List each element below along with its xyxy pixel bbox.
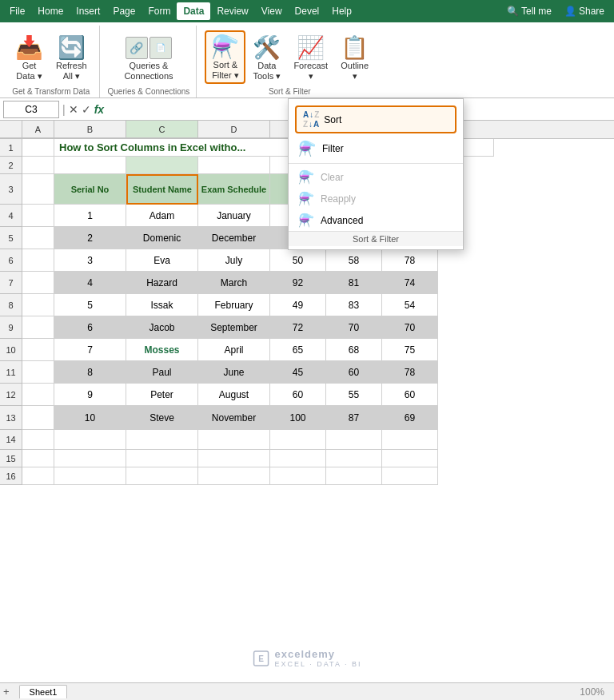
grid-cell[interactable]: [54, 450, 126, 467]
grid-cell[interactable]: 74: [382, 272, 438, 294]
grid-cell[interactable]: 60: [326, 361, 382, 384]
grid-cell[interactable]: 60: [270, 384, 326, 406]
grid-cell[interactable]: [326, 467, 382, 485]
forecast-button[interactable]: 📈 Forecast▾: [288, 32, 333, 84]
grid-cell[interactable]: June: [198, 361, 270, 384]
grid-cell[interactable]: [382, 450, 438, 467]
grid-cell[interactable]: [126, 430, 198, 450]
grid-cell[interactable]: [22, 430, 54, 450]
zoom-control[interactable]: 100%: [580, 686, 611, 698]
grid-cell[interactable]: [270, 430, 326, 450]
sort-filter-button[interactable]: ⚗️ Sort &Filter ▾: [205, 30, 245, 84]
grid-cell[interactable]: 54: [382, 294, 438, 316]
grid-cell[interactable]: [382, 430, 438, 450]
grid-cell[interactable]: [198, 430, 270, 450]
menu-insert[interactable]: Insert: [70, 2, 106, 20]
grid-cell[interactable]: 92: [270, 272, 326, 294]
grid-cell[interactable]: Hazard: [126, 272, 198, 294]
grid-cell[interactable]: [326, 430, 382, 450]
grid-cell[interactable]: 87: [326, 406, 382, 430]
grid-cell[interactable]: Steve: [126, 406, 198, 430]
grid-cell-1a[interactable]: [22, 139, 54, 157]
grid-cell[interactable]: 45: [270, 361, 326, 384]
menu-review[interactable]: Review: [210, 2, 254, 20]
grid-cell[interactable]: Jacob: [126, 316, 198, 339]
grid-cell-3d[interactable]: Exam Schedule: [198, 174, 270, 205]
dropdown-filter-item[interactable]: ⚗️ Filter: [289, 137, 463, 161]
grid-cell[interactable]: 1: [54, 205, 126, 227]
get-data-button[interactable]: 📥 GetData ▾: [10, 34, 49, 84]
grid-cell[interactable]: Domenic: [126, 227, 198, 249]
col-header-b[interactable]: B: [54, 121, 126, 138]
menu-form[interactable]: Form: [142, 2, 177, 20]
grid-cell[interactable]: 70: [326, 316, 382, 339]
grid-cell[interactable]: September: [198, 316, 270, 339]
grid-cell-3a[interactable]: [22, 174, 54, 205]
confirm-formula-icon[interactable]: ✓: [82, 103, 91, 116]
grid-cell[interactable]: 100: [270, 406, 326, 430]
grid-cell[interactable]: [198, 450, 270, 467]
grid-cell[interactable]: 70: [382, 316, 438, 339]
grid-cell[interactable]: 60: [382, 384, 438, 406]
grid-cell[interactable]: 2: [54, 227, 126, 249]
grid-cell[interactable]: 58: [326, 249, 382, 272]
grid-cell[interactable]: [198, 467, 270, 485]
refresh-all-button[interactable]: 🔄 RefreshAll ▾: [50, 34, 93, 84]
grid-cell[interactable]: Eva: [126, 249, 198, 272]
grid-cell[interactable]: Mosses: [126, 339, 198, 361]
dropdown-advanced-item[interactable]: ⚗️ Advanced: [289, 209, 463, 231]
sheet-tab-sheet1[interactable]: Sheet1: [19, 685, 68, 698]
grid-cell[interactable]: 69: [382, 406, 438, 430]
grid-cell[interactable]: [382, 467, 438, 485]
grid-cell[interactable]: 6: [54, 316, 126, 339]
cell-reference-box[interactable]: [3, 101, 59, 118]
grid-cell[interactable]: 5: [54, 294, 126, 316]
grid-cell[interactable]: [22, 316, 54, 339]
grid-cell[interactable]: [22, 339, 54, 361]
col-header-a[interactable]: A: [22, 121, 54, 138]
grid-cell[interactable]: [22, 384, 54, 406]
grid-cell[interactable]: 55: [326, 384, 382, 406]
grid-cell[interactable]: 8: [54, 361, 126, 384]
menu-devel[interactable]: Devel: [289, 2, 326, 20]
menu-home[interactable]: Home: [31, 2, 70, 20]
cancel-formula-icon[interactable]: ✕: [69, 103, 78, 116]
grid-cell[interactable]: 72: [270, 316, 326, 339]
grid-cell[interactable]: 7: [54, 339, 126, 361]
grid-cell[interactable]: December: [198, 227, 270, 249]
menu-data[interactable]: Data: [177, 2, 210, 20]
fx-icon[interactable]: fx: [94, 103, 104, 116]
grid-cell[interactable]: April: [198, 339, 270, 361]
grid-cell[interactable]: 75: [382, 339, 438, 361]
grid-cell[interactable]: 3: [54, 249, 126, 272]
grid-cell[interactable]: [54, 430, 126, 450]
col-header-d[interactable]: D: [198, 121, 270, 138]
grid-cell[interactable]: February: [198, 294, 270, 316]
grid-cell[interactable]: 83: [326, 294, 382, 316]
dropdown-sort-item[interactable]: A↓Z Z↓A Sort: [289, 102, 463, 137]
grid-cell-2d[interactable]: [198, 157, 270, 174]
menu-view[interactable]: View: [255, 2, 289, 20]
menu-file[interactable]: File: [3, 2, 31, 20]
grid-cell[interactable]: 78: [382, 249, 438, 272]
grid-cell[interactable]: [22, 249, 54, 272]
grid-cell[interactable]: [126, 450, 198, 467]
grid-cell[interactable]: [22, 450, 54, 467]
grid-cell[interactable]: [22, 294, 54, 316]
grid-cell[interactable]: 9: [54, 384, 126, 406]
grid-cell[interactable]: [22, 361, 54, 384]
menu-page[interactable]: Page: [106, 2, 142, 20]
menu-tellme[interactable]: 🔍 Tell me: [500, 2, 558, 20]
grid-cell[interactable]: Peter: [126, 384, 198, 406]
grid-cell-2b[interactable]: [54, 157, 126, 174]
grid-cell[interactable]: 68: [326, 339, 382, 361]
grid-cell[interactable]: [22, 406, 54, 430]
grid-cell-3b[interactable]: Serial No: [54, 174, 126, 205]
grid-cell[interactable]: 10: [54, 406, 126, 430]
grid-cell[interactable]: January: [198, 205, 270, 227]
grid-cell-2a[interactable]: [22, 157, 54, 174]
grid-cell[interactable]: 49: [270, 294, 326, 316]
grid-cell-3c[interactable]: Student Name: [126, 174, 198, 205]
grid-cell[interactable]: 78: [382, 361, 438, 384]
grid-cell[interactable]: [270, 467, 326, 485]
